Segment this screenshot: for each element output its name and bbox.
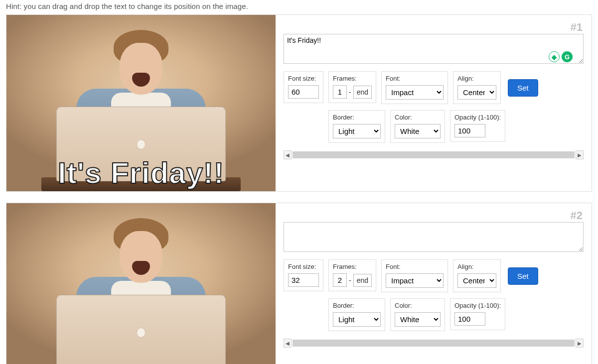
scroll-left-arrow-icon[interactable]: ◀ xyxy=(284,150,292,159)
set-button[interactable]: Set xyxy=(508,267,538,285)
opacity-group: Opacity (1-100): xyxy=(450,110,505,142)
color-select[interactable]: White xyxy=(395,124,441,138)
border-label: Border: xyxy=(333,114,381,121)
frame-end-box[interactable]: end xyxy=(353,274,372,287)
align-label: Align: xyxy=(457,263,496,270)
font-label: Font: xyxy=(386,263,444,270)
frames-group: Frames: - end xyxy=(328,71,376,103)
hint-text: Hint: you can drag and drop the text to … xyxy=(6,0,592,14)
align-label: Align: xyxy=(457,75,496,82)
frames-dash: - xyxy=(349,88,351,96)
font-size-label: Font size: xyxy=(288,75,319,82)
scroll-left-arrow-icon[interactable]: ◀ xyxy=(284,339,292,348)
border-label: Border: xyxy=(333,302,381,309)
controls-column: #1 ◆ G Font size: Frames: - xyxy=(276,15,592,191)
font-select[interactable]: Impact xyxy=(386,273,444,288)
gif-preview[interactable]: It's Friday!! xyxy=(6,15,276,191)
font-size-label: Font size: xyxy=(288,263,319,270)
frames-label: Frames: xyxy=(333,75,372,82)
panel-index: #2 xyxy=(571,209,583,222)
caption-panel: It's Friday!! #1 ◆ G Font size: Frames: xyxy=(6,14,592,192)
color-group: Color: White xyxy=(390,298,445,331)
caption-textarea[interactable] xyxy=(284,222,584,252)
font-group: Font: Impact xyxy=(381,259,448,292)
grammarly-icon[interactable]: G xyxy=(562,51,573,62)
opacity-input[interactable] xyxy=(454,312,485,326)
border-select[interactable]: Light xyxy=(333,312,381,327)
font-size-group: Font size: xyxy=(284,259,323,291)
opacity-group: Opacity (1-100): xyxy=(450,298,505,330)
frames-dash: - xyxy=(349,276,351,284)
textarea-helper-icons: ◆ G xyxy=(549,51,573,62)
color-label: Color: xyxy=(395,114,441,121)
frames-group: Frames: - end xyxy=(328,259,376,291)
font-label: Font: xyxy=(386,75,444,82)
border-group: Border: Light xyxy=(328,110,385,143)
frame-start-input[interactable] xyxy=(333,85,347,99)
opacity-label: Opacity (1-100): xyxy=(454,302,501,309)
caption-textarea[interactable] xyxy=(284,34,584,64)
font-select[interactable]: Impact xyxy=(386,85,444,100)
align-select[interactable]: Center xyxy=(457,85,496,100)
gif-preview[interactable] xyxy=(6,203,276,364)
color-label: Color: xyxy=(395,302,441,309)
opacity-label: Opacity (1-100): xyxy=(454,114,501,121)
font-size-input[interactable] xyxy=(288,273,319,287)
frame-start-input[interactable] xyxy=(333,273,347,287)
align-group: Align: Center xyxy=(453,259,501,292)
controls-column: #2 ◆ G Font size: Frames: - xyxy=(276,203,592,364)
color-group: Color: White xyxy=(390,110,445,143)
color-select[interactable]: White xyxy=(395,312,441,327)
opacity-input[interactable] xyxy=(454,124,485,137)
frame-end-box[interactable]: end xyxy=(353,86,372,99)
align-group: Align: Center xyxy=(453,71,501,104)
laptop-illustration xyxy=(56,295,226,364)
caption-panel: #2 ◆ G Font size: Frames: - xyxy=(6,203,592,364)
scroll-right-arrow-icon[interactable]: ▶ xyxy=(576,339,584,348)
suggestion-icon[interactable]: ◆ xyxy=(549,51,560,62)
frames-label: Frames: xyxy=(333,263,372,270)
panel-index: #1 xyxy=(571,21,583,34)
font-size-input[interactable] xyxy=(288,85,319,99)
scrollbar-track[interactable] xyxy=(293,340,575,347)
caption-overlay[interactable]: It's Friday!! xyxy=(6,158,276,188)
horizontal-scrollbar[interactable]: ◀ ▶ xyxy=(284,338,584,348)
align-select[interactable]: Center xyxy=(457,273,496,288)
font-size-group: Font size: xyxy=(284,71,323,103)
horizontal-scrollbar[interactable]: ◀ ▶ xyxy=(284,150,584,160)
scroll-right-arrow-icon[interactable]: ▶ xyxy=(576,150,584,159)
font-group: Font: Impact xyxy=(381,71,448,104)
border-group: Border: Light xyxy=(328,298,385,331)
scrollbar-track[interactable] xyxy=(293,151,575,158)
set-button[interactable]: Set xyxy=(508,79,538,97)
border-select[interactable]: Light xyxy=(333,124,381,138)
